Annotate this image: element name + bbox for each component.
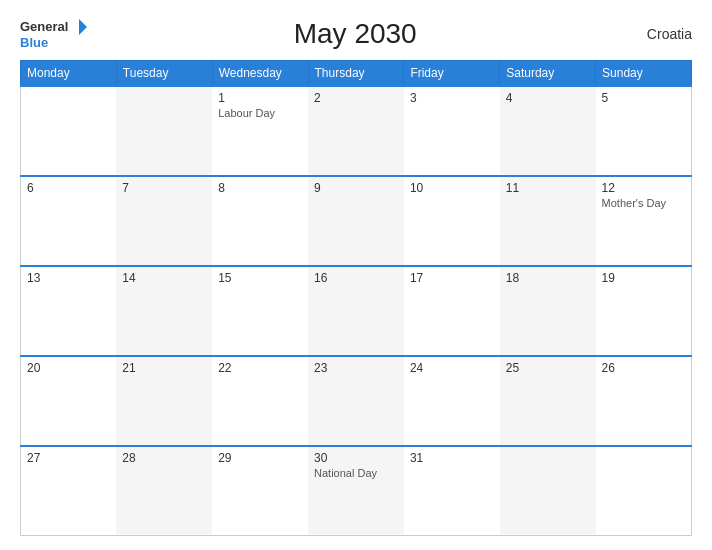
logo-blue-text: Blue — [20, 36, 48, 50]
day-number: 8 — [218, 181, 302, 195]
col-wednesday: Wednesday — [212, 61, 308, 87]
calendar-cell: 22 — [212, 356, 308, 446]
calendar-cell: 8 — [212, 176, 308, 266]
day-number: 17 — [410, 271, 494, 285]
col-saturday: Saturday — [500, 61, 596, 87]
col-thursday: Thursday — [308, 61, 404, 87]
calendar-cell: 7 — [116, 176, 212, 266]
calendar-week-3: 13141516171819 — [21, 266, 692, 356]
day-number: 11 — [506, 181, 590, 195]
day-number: 22 — [218, 361, 302, 375]
day-number: 10 — [410, 181, 494, 195]
calendar-cell — [21, 86, 117, 176]
calendar-cell: 18 — [500, 266, 596, 356]
day-number: 27 — [27, 451, 110, 465]
calendar-cell: 11 — [500, 176, 596, 266]
day-number: 7 — [122, 181, 206, 195]
calendar-cell: 5 — [596, 86, 692, 176]
calendar-table: Monday Tuesday Wednesday Thursday Friday… — [20, 60, 692, 536]
day-number: 6 — [27, 181, 110, 195]
calendar-cell: 1Labour Day — [212, 86, 308, 176]
holiday-label: Labour Day — [218, 107, 302, 119]
calendar-cell: 12Mother's Day — [596, 176, 692, 266]
top-bar: General Blue May 2030 Croatia — [20, 18, 692, 50]
calendar-cell: 4 — [500, 86, 596, 176]
calendar-week-1: 1Labour Day2345 — [21, 86, 692, 176]
calendar-title: May 2030 — [88, 18, 622, 50]
calendar-cell — [500, 446, 596, 536]
calendar-week-2: 6789101112Mother's Day — [21, 176, 692, 266]
calendar-cell: 30National Day — [308, 446, 404, 536]
day-number: 3 — [410, 91, 494, 105]
holiday-label: National Day — [314, 467, 398, 479]
col-tuesday: Tuesday — [116, 61, 212, 87]
calendar-cell: 17 — [404, 266, 500, 356]
calendar-cell: 29 — [212, 446, 308, 536]
day-number: 28 — [122, 451, 206, 465]
calendar-cell: 23 — [308, 356, 404, 446]
day-number: 25 — [506, 361, 590, 375]
day-number: 31 — [410, 451, 494, 465]
day-number: 18 — [506, 271, 590, 285]
calendar-cell — [596, 446, 692, 536]
calendar-cell: 25 — [500, 356, 596, 446]
logo: General Blue — [20, 18, 88, 50]
calendar-week-4: 20212223242526 — [21, 356, 692, 446]
calendar-cell: 27 — [21, 446, 117, 536]
calendar-cell: 2 — [308, 86, 404, 176]
day-number: 12 — [602, 181, 685, 195]
day-number: 14 — [122, 271, 206, 285]
calendar-cell: 31 — [404, 446, 500, 536]
day-number: 5 — [602, 91, 685, 105]
header-row: Monday Tuesday Wednesday Thursday Friday… — [21, 61, 692, 87]
calendar-cell: 14 — [116, 266, 212, 356]
day-number: 21 — [122, 361, 206, 375]
day-number: 20 — [27, 361, 110, 375]
day-number: 2 — [314, 91, 398, 105]
day-number: 29 — [218, 451, 302, 465]
calendar-cell: 28 — [116, 446, 212, 536]
day-number: 13 — [27, 271, 110, 285]
col-sunday: Sunday — [596, 61, 692, 87]
page: General Blue May 2030 Croatia Monday Tue… — [0, 0, 712, 550]
day-number: 1 — [218, 91, 302, 105]
calendar-cell: 19 — [596, 266, 692, 356]
holiday-label: Mother's Day — [602, 197, 685, 209]
calendar-cell: 20 — [21, 356, 117, 446]
calendar-cell: 13 — [21, 266, 117, 356]
day-number: 4 — [506, 91, 590, 105]
calendar-cell: 26 — [596, 356, 692, 446]
calendar-cell: 10 — [404, 176, 500, 266]
calendar-cell: 15 — [212, 266, 308, 356]
calendar-cell: 24 — [404, 356, 500, 446]
day-number: 16 — [314, 271, 398, 285]
logo-flag-icon — [70, 18, 88, 36]
logo-general-text: General — [20, 20, 68, 34]
day-number: 26 — [602, 361, 685, 375]
country-label: Croatia — [622, 26, 692, 42]
calendar-cell: 3 — [404, 86, 500, 176]
svg-marker-0 — [79, 19, 87, 35]
day-number: 9 — [314, 181, 398, 195]
calendar-cell: 9 — [308, 176, 404, 266]
col-monday: Monday — [21, 61, 117, 87]
day-number: 30 — [314, 451, 398, 465]
calendar-cell: 16 — [308, 266, 404, 356]
day-number: 24 — [410, 361, 494, 375]
calendar-cell: 21 — [116, 356, 212, 446]
calendar-cell: 6 — [21, 176, 117, 266]
day-number: 15 — [218, 271, 302, 285]
calendar-cell — [116, 86, 212, 176]
col-friday: Friday — [404, 61, 500, 87]
calendar-week-5: 27282930National Day31 — [21, 446, 692, 536]
day-number: 23 — [314, 361, 398, 375]
day-number: 19 — [602, 271, 685, 285]
